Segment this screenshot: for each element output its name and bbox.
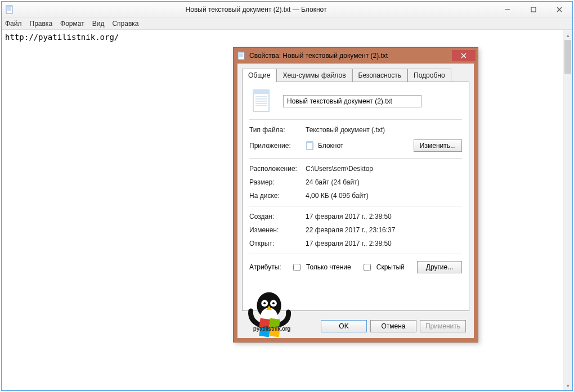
scroll-thumb[interactable] [564, 40, 571, 74]
svg-rect-34 [269, 318, 280, 330]
apply-button[interactable]: Применить [420, 320, 466, 332]
watermark-text: pyatilistnik.org [253, 326, 290, 332]
dialog-action-buttons: OK Отмена Применить [321, 320, 466, 332]
svg-rect-36 [269, 327, 280, 337]
label-readonly[interactable]: Только чтение [306, 263, 351, 271]
row-created: Создан: 17 февраля 2017 г., 2:38:50 [249, 210, 462, 223]
row-modified: Изменен: 22 февраля 2017 г., 23:16:37 [249, 223, 462, 237]
dialog-tabs: Общие Хеш-суммы файлов Безопасность Подр… [242, 68, 469, 82]
checkbox-readonly[interactable] [293, 264, 301, 271]
close-button[interactable] [546, 2, 572, 17]
separator [249, 254, 462, 254]
value-location: C:\Users\sem\Desktop [306, 165, 462, 173]
other-attributes-button[interactable]: Другие... [417, 261, 462, 273]
change-app-button[interactable]: Изменить... [414, 139, 462, 152]
svg-rect-35 [259, 327, 270, 337]
svg-rect-5 [6, 6, 12, 7]
value-created: 17 февраля 2017 г., 2:38:50 [306, 213, 462, 220]
label-ondisk: На диске: [249, 192, 306, 200]
label-application: Приложение: [249, 142, 306, 150]
menu-view[interactable]: Вид [92, 20, 105, 28]
svg-rect-11 [238, 52, 244, 53]
label-hidden[interactable]: Скрытый [376, 263, 405, 271]
label-attributes: Атрибуты: [249, 263, 290, 271]
row-accessed: Открыт: 17 февраля 2017 г., 2:38:50 [249, 237, 462, 250]
menu-help[interactable]: Справка [112, 20, 138, 28]
svg-rect-10 [238, 52, 244, 60]
app-icon [306, 141, 315, 150]
row-attributes: Атрибуты: Только чтение Скрытый Другие..… [249, 258, 462, 273]
value-application: Блокнот [318, 142, 414, 150]
scroll-up-icon[interactable]: ▴ [563, 30, 572, 40]
file-header [249, 89, 462, 114]
dialog-title: Свойства: Новый текстовый документ (2).t… [249, 52, 452, 60]
filename-input[interactable] [283, 95, 421, 107]
minimize-button[interactable] [495, 2, 521, 17]
dialog-titlebar[interactable]: Свойства: Новый текстовый документ (2).t… [234, 48, 478, 64]
row-size: Размер: 24 байт (24 байт) [249, 175, 462, 189]
menu-file[interactable]: Файл [5, 20, 22, 28]
label-size: Размер: [249, 178, 306, 186]
separator [249, 206, 462, 206]
menu-format[interactable]: Формат [60, 20, 84, 28]
notepad-menubar: Файл Правка Формат Вид Справка [2, 17, 572, 30]
separator [249, 158, 462, 159]
label-filetype: Тип файла: [249, 126, 306, 134]
value-filetype: Текстовый документ (.txt) [306, 126, 462, 134]
value-ondisk: 4,00 КБ (4 096 байт) [306, 192, 462, 200]
separator [249, 119, 462, 120]
notepad-titlebar[interactable]: Новый текстовый документ (2).txt — Блокн… [2, 2, 572, 17]
dialog-close-button[interactable] [452, 50, 476, 61]
tab-security[interactable]: Безопасность [352, 69, 408, 82]
label-location: Расположение: [249, 165, 306, 173]
scroll-down-icon[interactable]: ▾ [563, 381, 572, 390]
menu-edit[interactable]: Правка [30, 20, 53, 28]
tab-details[interactable]: Подробно [407, 69, 451, 82]
svg-rect-18 [253, 90, 269, 94]
value-modified: 22 февраля 2017 г., 23:16:37 [306, 226, 462, 234]
dialog-icon [237, 51, 246, 60]
cancel-button[interactable]: Отмена [370, 320, 416, 332]
svg-rect-33 [259, 318, 270, 330]
svg-rect-25 [307, 142, 313, 143]
tab-hashes[interactable]: Хеш-суммы файлов [276, 69, 352, 82]
ok-button[interactable]: OK [321, 320, 367, 332]
window-controls [495, 2, 572, 17]
label-created: Создан: [249, 213, 306, 220]
file-type-icon [252, 89, 272, 114]
svg-rect-7 [531, 7, 536, 12]
notepad-title: Новый текстовый документ (2).txt — Блокн… [17, 6, 495, 13]
properties-dialog: Свойства: Новый текстовый документ (2).t… [233, 47, 478, 343]
checkbox-hidden[interactable] [364, 264, 371, 271]
vertical-scrollbar[interactable]: ▴ ▾ [563, 30, 572, 390]
row-application: Приложение: Блокнот Изменить... [249, 137, 462, 155]
value-size: 24 байт (24 байт) [306, 178, 462, 186]
maximize-button[interactable] [521, 2, 546, 17]
value-accessed: 17 февраля 2017 г., 2:38:50 [306, 240, 462, 247]
dialog-body: Общие Хеш-суммы файлов Безопасность Подр… [237, 64, 474, 338]
row-filetype: Тип файла: Текстовый документ (.txt) [249, 123, 462, 137]
tab-general[interactable]: Общие [242, 69, 276, 82]
row-location: Расположение: C:\Users\sem\Desktop [249, 162, 462, 175]
svg-rect-24 [307, 142, 313, 150]
row-ondisk: На диске: 4,00 КБ (4 096 байт) [249, 189, 462, 202]
notepad-app-icon [5, 5, 14, 14]
label-accessed: Открыт: [249, 240, 306, 247]
tab-panel-general: Тип файла: Текстовый документ (.txt) При… [242, 82, 469, 311]
label-modified: Изменен: [249, 226, 306, 234]
